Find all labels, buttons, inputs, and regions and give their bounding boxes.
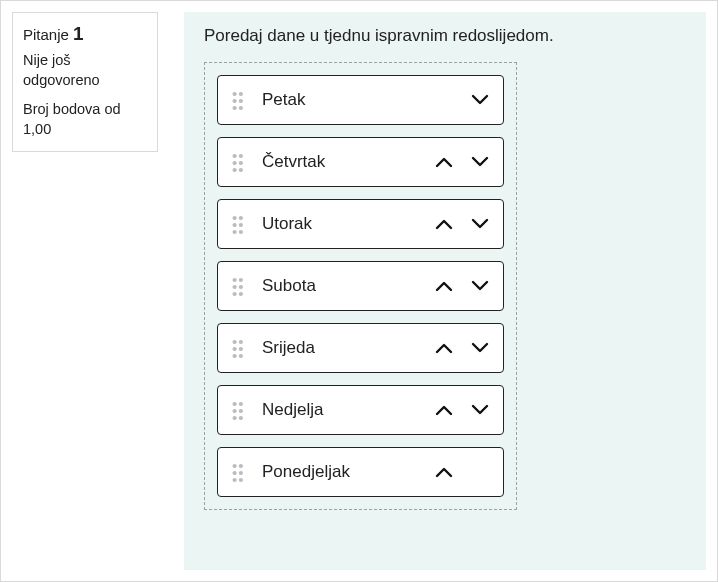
move-up-icon[interactable]: [435, 280, 453, 292]
move-up-icon[interactable]: [435, 218, 453, 230]
question-text: Poredaj dane u tjednu ispravnim redoslij…: [204, 26, 686, 46]
item-label: Ponedjeljak: [262, 462, 429, 482]
move-controls: [429, 466, 489, 478]
move-controls: [429, 404, 489, 416]
drag-handle-icon[interactable]: ••••••: [232, 338, 248, 359]
list-item[interactable]: •••••• Srijeda: [217, 323, 504, 373]
item-label: Četvrtak: [262, 152, 429, 172]
list-item[interactable]: •••••• Nedjelja: [217, 385, 504, 435]
item-label: Petak: [262, 90, 429, 110]
list-item[interactable]: •••••• Subota: [217, 261, 504, 311]
item-label: Utorak: [262, 214, 429, 234]
list-item[interactable]: •••••• Petak: [217, 75, 504, 125]
move-down-icon[interactable]: [471, 218, 489, 230]
move-down-icon[interactable]: [471, 156, 489, 168]
question-label: Pitanje: [23, 26, 69, 43]
drag-handle-icon[interactable]: ••••••: [232, 214, 248, 235]
move-up-icon[interactable]: [435, 342, 453, 354]
quiz-frame: Pitanje 1 Nije još odgovoreno Broj bodov…: [0, 0, 718, 582]
drag-handle-icon[interactable]: ••••••: [232, 90, 248, 111]
sortable-list: •••••• Petak •••••• Četvrtak: [204, 62, 517, 510]
list-item[interactable]: •••••• Ponedjeljak: [217, 447, 504, 497]
move-down-icon[interactable]: [471, 404, 489, 416]
question-status: Nije još odgovoreno: [23, 51, 147, 90]
drag-handle-icon[interactable]: ••••••: [232, 400, 248, 421]
move-up-icon[interactable]: [435, 466, 453, 478]
list-item[interactable]: •••••• Utorak: [217, 199, 504, 249]
move-controls: [429, 156, 489, 168]
drag-handle-icon[interactable]: ••••••: [232, 462, 248, 483]
list-item[interactable]: •••••• Četvrtak: [217, 137, 504, 187]
item-label: Srijeda: [262, 338, 429, 358]
move-down-icon[interactable]: [471, 94, 489, 106]
move-up-icon[interactable]: [435, 156, 453, 168]
move-down-icon[interactable]: [471, 280, 489, 292]
drag-handle-icon[interactable]: ••••••: [232, 276, 248, 297]
item-label: Subota: [262, 276, 429, 296]
question-info-box: Pitanje 1 Nije još odgovoreno Broj bodov…: [12, 12, 158, 152]
item-label: Nedjelja: [262, 400, 429, 420]
question-marks: Broj bodova od 1,00: [23, 100, 147, 139]
drag-handle-icon[interactable]: ••••••: [232, 152, 248, 173]
move-controls: [429, 280, 489, 292]
question-number-line: Pitanje 1: [23, 23, 147, 45]
question-number: 1: [73, 23, 84, 44]
move-up-icon[interactable]: [435, 404, 453, 416]
question-panel: Poredaj dane u tjednu ispravnim redoslij…: [184, 12, 706, 570]
move-controls: [429, 218, 489, 230]
move-down-icon[interactable]: [471, 342, 489, 354]
move-controls: [429, 94, 489, 106]
move-controls: [429, 342, 489, 354]
